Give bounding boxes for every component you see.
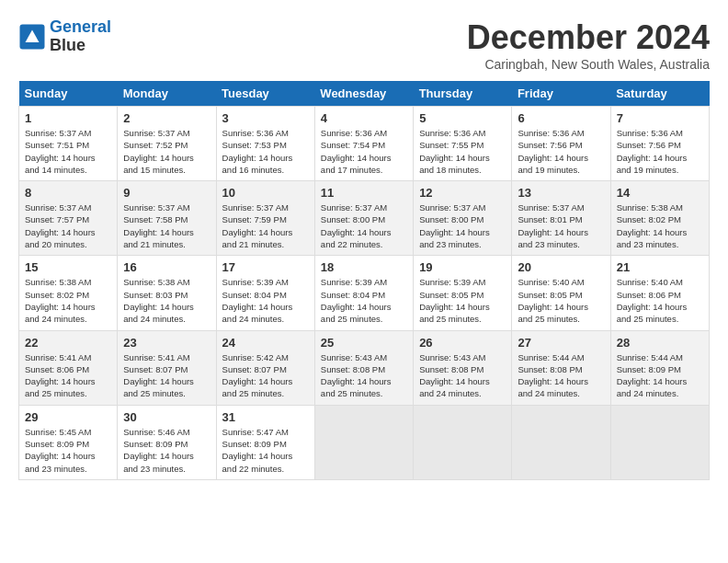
day-number: 4: [321, 111, 407, 125]
day-number: 21: [617, 260, 703, 274]
calendar-cell: 13Sunrise: 5:37 AM Sunset: 8:01 PM Dayli…: [512, 181, 610, 256]
day-info: Sunrise: 5:42 AM Sunset: 8:07 PM Dayligh…: [222, 351, 309, 400]
location: Caringbah, New South Wales, Australia: [467, 57, 710, 72]
day-info: Sunrise: 5:46 AM Sunset: 8:09 PM Dayligh…: [123, 426, 210, 475]
logo: General Blue: [18, 18, 111, 55]
day-number: 13: [518, 186, 604, 200]
calendar-cell: 10Sunrise: 5:37 AM Sunset: 7:59 PM Dayli…: [216, 181, 314, 256]
calendar-week-2: 8Sunrise: 5:37 AM Sunset: 7:57 PM Daylig…: [19, 181, 710, 256]
calendar-week-1: 1Sunrise: 5:37 AM Sunset: 7:51 PM Daylig…: [19, 107, 710, 181]
day-number: 11: [321, 186, 407, 200]
calendar-cell: 8Sunrise: 5:37 AM Sunset: 7:57 PM Daylig…: [19, 181, 118, 256]
day-number: 23: [123, 336, 210, 350]
weekday-header-row: SundayMondayTuesdayWednesdayThursdayFrid…: [19, 81, 710, 107]
day-number: 9: [123, 186, 210, 200]
day-info: Sunrise: 5:37 AM Sunset: 7:57 PM Dayligh…: [25, 201, 111, 250]
calendar-cell: 9Sunrise: 5:37 AM Sunset: 7:58 PM Daylig…: [118, 181, 216, 256]
page-header: General Blue December 2024 Caringbah, Ne…: [18, 18, 710, 72]
day-number: 30: [123, 410, 210, 424]
logo-icon: [18, 23, 46, 51]
weekday-thursday: Thursday: [414, 81, 512, 107]
day-info: Sunrise: 5:37 AM Sunset: 7:59 PM Dayligh…: [222, 201, 309, 250]
day-info: Sunrise: 5:47 AM Sunset: 8:09 PM Dayligh…: [222, 426, 309, 475]
day-info: Sunrise: 5:40 AM Sunset: 8:05 PM Dayligh…: [518, 276, 604, 325]
day-info: Sunrise: 5:39 AM Sunset: 8:04 PM Dayligh…: [321, 276, 407, 325]
day-number: 24: [222, 336, 309, 350]
calendar-cell: 29Sunrise: 5:45 AM Sunset: 8:09 PM Dayli…: [19, 405, 118, 479]
calendar-cell: [314, 405, 413, 479]
month-title: December 2024: [467, 18, 710, 57]
calendar-cell: 24Sunrise: 5:42 AM Sunset: 8:07 PM Dayli…: [216, 330, 314, 405]
calendar-cell: 4Sunrise: 5:36 AM Sunset: 7:54 PM Daylig…: [314, 107, 413, 181]
calendar-cell: 30Sunrise: 5:46 AM Sunset: 8:09 PM Dayli…: [118, 405, 216, 479]
calendar-week-4: 22Sunrise: 5:41 AM Sunset: 8:06 PM Dayli…: [19, 330, 710, 405]
day-number: 27: [518, 336, 604, 350]
calendar-cell: 23Sunrise: 5:41 AM Sunset: 8:07 PM Dayli…: [118, 330, 216, 405]
day-number: 22: [25, 336, 111, 350]
calendar-cell: 27Sunrise: 5:44 AM Sunset: 8:08 PM Dayli…: [512, 330, 610, 405]
calendar-cell: 11Sunrise: 5:37 AM Sunset: 8:00 PM Dayli…: [314, 181, 413, 256]
day-number: 18: [321, 260, 407, 274]
logo-line1: General: [50, 17, 111, 36]
day-number: 25: [321, 336, 407, 350]
day-number: 1: [25, 111, 111, 125]
calendar-cell: 17Sunrise: 5:39 AM Sunset: 8:04 PM Dayli…: [216, 256, 314, 330]
day-info: Sunrise: 5:44 AM Sunset: 8:08 PM Dayligh…: [518, 351, 604, 400]
day-info: Sunrise: 5:36 AM Sunset: 7:53 PM Dayligh…: [222, 127, 309, 176]
calendar-cell: 16Sunrise: 5:38 AM Sunset: 8:03 PM Dayli…: [118, 256, 216, 330]
day-info: Sunrise: 5:36 AM Sunset: 7:54 PM Dayligh…: [321, 127, 407, 176]
calendar-cell: 1Sunrise: 5:37 AM Sunset: 7:51 PM Daylig…: [19, 107, 118, 181]
day-number: 15: [25, 260, 111, 274]
day-number: 19: [419, 260, 506, 274]
day-info: Sunrise: 5:41 AM Sunset: 8:07 PM Dayligh…: [123, 351, 210, 400]
calendar-cell: [610, 405, 709, 479]
calendar-cell: 20Sunrise: 5:40 AM Sunset: 8:05 PM Dayli…: [512, 256, 610, 330]
day-info: Sunrise: 5:45 AM Sunset: 8:09 PM Dayligh…: [25, 426, 111, 475]
calendar-cell: 18Sunrise: 5:39 AM Sunset: 8:04 PM Dayli…: [314, 256, 413, 330]
day-number: 10: [222, 186, 309, 200]
calendar-cell: 6Sunrise: 5:36 AM Sunset: 7:56 PM Daylig…: [512, 107, 610, 181]
day-number: 20: [518, 260, 604, 274]
calendar-body: 1Sunrise: 5:37 AM Sunset: 7:51 PM Daylig…: [19, 107, 710, 480]
calendar-week-3: 15Sunrise: 5:38 AM Sunset: 8:02 PM Dayli…: [19, 256, 710, 330]
calendar-cell: 21Sunrise: 5:40 AM Sunset: 8:06 PM Dayli…: [610, 256, 709, 330]
calendar-cell: [414, 405, 512, 479]
day-number: 17: [222, 260, 309, 274]
day-number: 31: [222, 410, 309, 424]
calendar-cell: 15Sunrise: 5:38 AM Sunset: 8:02 PM Dayli…: [19, 256, 118, 330]
day-number: 8: [25, 186, 111, 200]
calendar-cell: 2Sunrise: 5:37 AM Sunset: 7:52 PM Daylig…: [118, 107, 216, 181]
day-number: 2: [123, 111, 210, 125]
calendar-cell: 19Sunrise: 5:39 AM Sunset: 8:05 PM Dayli…: [414, 256, 512, 330]
calendar-table: SundayMondayTuesdayWednesdayThursdayFrid…: [18, 81, 710, 480]
day-info: Sunrise: 5:39 AM Sunset: 8:05 PM Dayligh…: [419, 276, 506, 325]
calendar-cell: 12Sunrise: 5:37 AM Sunset: 8:00 PM Dayli…: [414, 181, 512, 256]
day-number: 6: [518, 111, 604, 125]
calendar-week-5: 29Sunrise: 5:45 AM Sunset: 8:09 PM Dayli…: [19, 405, 710, 479]
calendar-cell: 7Sunrise: 5:36 AM Sunset: 7:56 PM Daylig…: [610, 107, 709, 181]
day-number: 26: [419, 336, 506, 350]
day-number: 29: [25, 410, 111, 424]
weekday-monday: Monday: [118, 81, 216, 107]
day-info: Sunrise: 5:37 AM Sunset: 7:51 PM Dayligh…: [25, 127, 111, 176]
day-info: Sunrise: 5:37 AM Sunset: 7:58 PM Dayligh…: [123, 201, 210, 250]
day-info: Sunrise: 5:43 AM Sunset: 8:08 PM Dayligh…: [419, 351, 506, 400]
day-info: Sunrise: 5:41 AM Sunset: 8:06 PM Dayligh…: [25, 351, 111, 400]
day-info: Sunrise: 5:37 AM Sunset: 8:01 PM Dayligh…: [518, 201, 604, 250]
day-info: Sunrise: 5:38 AM Sunset: 8:02 PM Dayligh…: [25, 276, 111, 325]
day-number: 12: [419, 186, 506, 200]
calendar-cell: 31Sunrise: 5:47 AM Sunset: 8:09 PM Dayli…: [216, 405, 314, 479]
day-info: Sunrise: 5:37 AM Sunset: 7:52 PM Dayligh…: [123, 127, 210, 176]
day-info: Sunrise: 5:37 AM Sunset: 8:00 PM Dayligh…: [321, 201, 407, 250]
day-info: Sunrise: 5:38 AM Sunset: 8:02 PM Dayligh…: [617, 201, 703, 250]
calendar-cell: 14Sunrise: 5:38 AM Sunset: 8:02 PM Dayli…: [610, 181, 709, 256]
day-info: Sunrise: 5:38 AM Sunset: 8:03 PM Dayligh…: [123, 276, 210, 325]
day-number: 28: [617, 336, 703, 350]
calendar-cell: 22Sunrise: 5:41 AM Sunset: 8:06 PM Dayli…: [19, 330, 118, 405]
day-number: 16: [123, 260, 210, 274]
day-info: Sunrise: 5:36 AM Sunset: 7:56 PM Dayligh…: [518, 127, 604, 176]
calendar-cell: 26Sunrise: 5:43 AM Sunset: 8:08 PM Dayli…: [414, 330, 512, 405]
day-info: Sunrise: 5:44 AM Sunset: 8:09 PM Dayligh…: [617, 351, 703, 400]
calendar-cell: 3Sunrise: 5:36 AM Sunset: 7:53 PM Daylig…: [216, 107, 314, 181]
title-block: December 2024 Caringbah, New South Wales…: [467, 18, 710, 72]
